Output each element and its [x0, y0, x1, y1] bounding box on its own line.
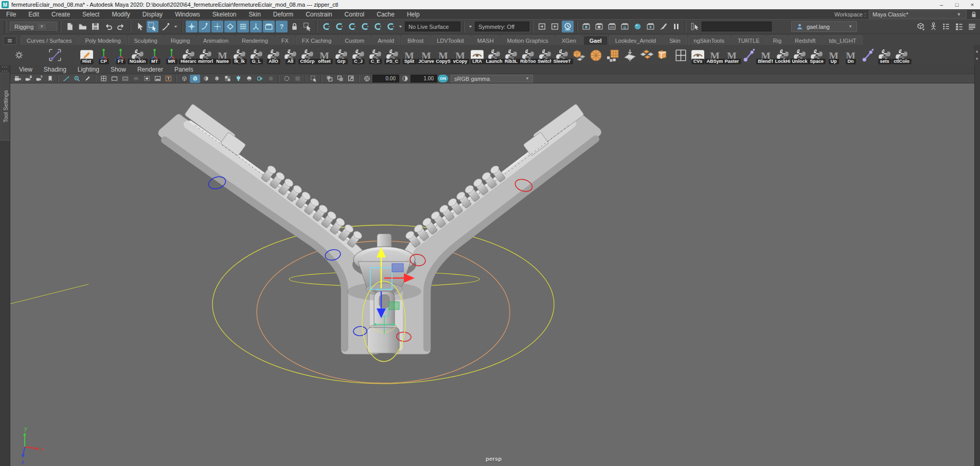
maximize-button[interactable]: □ [949, 0, 965, 9]
shelf-item-lockhi[interactable]: LockHi [774, 46, 791, 64]
pan-zoom-button[interactable] [72, 75, 82, 83]
shelf-item-ft[interactable]: FT [112, 46, 129, 64]
shelf-item-mr[interactable]: MR [163, 46, 180, 64]
lasso-select-tool-button[interactable] [147, 21, 158, 32]
shelf-tab-animation[interactable]: Animation [197, 36, 235, 45]
wireframe-on-shaded-button[interactable] [201, 75, 211, 83]
open-time-editor-button[interactable] [562, 21, 574, 32]
image-plane-button[interactable] [61, 75, 71, 83]
shelf-item-poly-cube-29[interactable] [571, 46, 587, 64]
shelf-item-c-j[interactable]: C_J [350, 46, 367, 64]
make-live-toggle[interactable] [250, 21, 262, 32]
shelf-tab-custom[interactable]: Custom [338, 36, 370, 45]
dock-grip[interactable] [2, 66, 7, 72]
paint-select-tool-button[interactable] [159, 21, 171, 32]
contrast-icon[interactable] [400, 75, 410, 83]
manipulator-xz-plane-handle[interactable] [389, 302, 399, 309]
menu-display[interactable]: Display [136, 9, 169, 19]
undo-button[interactable] [102, 21, 114, 32]
snap-to-curves-toggle[interactable] [199, 21, 210, 32]
menu-deform[interactable]: Deform [267, 9, 299, 19]
shelf-item-vcopy[interactable]: MvCopy [452, 46, 469, 64]
quick-select-field[interactable] [702, 22, 772, 31]
menu-create[interactable]: Create [45, 9, 76, 19]
panel-menu-panels[interactable]: Panels [169, 66, 199, 73]
toolbar-grip[interactable] [4, 21, 7, 32]
shelf-item-joint-46[interactable] [859, 46, 876, 64]
live-surface-field[interactable]: No Live Surface [405, 22, 460, 31]
shelf-tab-rigging[interactable]: Rigging [165, 36, 196, 45]
modeling-toolkit-toggle[interactable] [915, 21, 926, 32]
panel-menu-lighting[interactable]: Lighting [72, 66, 105, 73]
magnet-options-caret[interactable] [397, 21, 404, 32]
bookmarks-button[interactable] [45, 75, 55, 83]
shelf-tab-fx[interactable]: FX [275, 36, 295, 45]
exposure-panel-button[interactable] [346, 75, 356, 83]
humanik-toggle[interactable] [928, 21, 939, 32]
shelf-tab-bifrost[interactable]: Bifrost [401, 36, 430, 45]
save-scene-button[interactable] [90, 21, 101, 32]
open-modeling-toolkit-button[interactable] [536, 21, 548, 32]
display-render-globals-button[interactable] [632, 21, 644, 32]
snap-to-projected-center-toggle[interactable] [224, 21, 236, 32]
minimize-button[interactable]: – [934, 0, 949, 9]
shadows-toggle[interactable] [244, 75, 254, 83]
exposure-field[interactable]: 0.00 [372, 75, 399, 82]
lock-selection-toggle[interactable] [289, 21, 300, 32]
snap-magnet-3[interactable] [346, 21, 358, 32]
symmetry-field[interactable]: Symmetry: Off [475, 22, 529, 31]
menu-select[interactable]: Select [76, 9, 105, 19]
shelf-item-sleevet[interactable]: SleeveT [554, 46, 571, 64]
shelf-item-g-l[interactable]: G_L [248, 46, 265, 64]
lock-camera-toggle[interactable] [23, 75, 33, 83]
shelf-tab-rendering[interactable]: Rendering [236, 36, 274, 45]
shelf-tab-gael[interactable]: Gael [583, 36, 608, 45]
shelf-tab-arnold[interactable]: Arnold [371, 36, 400, 45]
snap-magnet-1[interactable] [320, 21, 332, 32]
marking-menu-editor-icon[interactable] [47, 47, 63, 63]
shelf-item-grp[interactable]: Grp [333, 46, 350, 64]
depth-of-field-toggle[interactable] [292, 75, 302, 83]
camera-attributes-button[interactable] [34, 75, 44, 83]
manipulator-xy-plane-handle[interactable] [392, 264, 403, 272]
pause-viewport-button[interactable] [670, 21, 682, 32]
snap-together-tool-button[interactable] [263, 21, 275, 32]
shelf-item-allo[interactable]: AllO [265, 46, 282, 64]
tool-settings-toggle[interactable] [953, 21, 965, 32]
channel-box-toggle[interactable] [966, 21, 978, 32]
menu-set-selector[interactable]: Rigging▼ [10, 22, 57, 32]
shelf-item-launch[interactable]: Launch [486, 46, 503, 64]
textured-mode-button[interactable] [211, 75, 222, 83]
live-surface-caret[interactable] [467, 21, 474, 32]
shelf-tab-mash[interactable]: MASH [471, 36, 500, 45]
motion-blur-toggle[interactable] [265, 75, 276, 83]
shelf-item-poly-tiles-33[interactable] [638, 46, 655, 64]
shelf-item-rib3l[interactable]: Rib3L [503, 46, 520, 64]
shelf-item-split[interactable]: MSplit [401, 46, 418, 64]
menu-skeleton[interactable]: Skeleton [206, 9, 243, 19]
tool-history-caret[interactable] [172, 21, 179, 32]
shelf-tab-skin[interactable]: Skin [663, 36, 686, 45]
open-scene-button[interactable] [77, 21, 88, 32]
shelf-tab-fx-caching[interactable]: FX Caching [296, 36, 337, 45]
field-chart-toggle[interactable] [141, 75, 152, 83]
shelf-item-absym[interactable]: MABSym [706, 46, 723, 64]
film-gate-toggle[interactable] [109, 75, 119, 83]
viewport-3d[interactable]: y x z persp [10, 83, 974, 466]
shelf-item-ctlgrp[interactable]: CtlGrp [299, 46, 316, 64]
menu-modify[interactable]: Modify [105, 9, 136, 19]
shelf-item-mt[interactable]: MT [146, 46, 163, 64]
shelf-item-c-e[interactable]: C_E [367, 46, 384, 64]
menu-file[interactable]: File [0, 9, 22, 19]
shelf-gear-icon[interactable] [13, 49, 25, 61]
shelf-item-name[interactable]: MName [214, 46, 231, 64]
user-account-menu[interactable]: gael.lang▼ [791, 21, 857, 32]
isolate-select-toggle[interactable] [308, 75, 318, 83]
shelf-item-poly-grid-31[interactable] [604, 46, 621, 64]
shelf-item-blendt[interactable]: MBlendT [757, 46, 774, 64]
menu-constrain[interactable]: Constrain [299, 9, 338, 19]
snap-to-points-toggle[interactable] [211, 21, 223, 32]
ipr-render-button[interactable]: IPR [606, 21, 618, 32]
shelf-item-fk-lk[interactable]: fk_lk [231, 46, 248, 64]
shelf-tab-tds-light[interactable]: tds_LIGHT [823, 36, 862, 45]
